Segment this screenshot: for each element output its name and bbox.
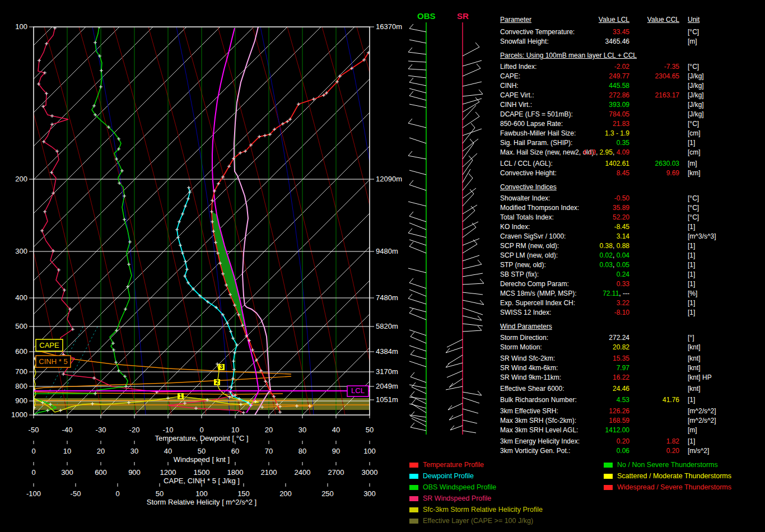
param-row: Lifted Index:-2.02-7.35[°C] [500, 62, 765, 72]
svg-text:150: 150 [237, 489, 250, 498]
svg-text:50: 50 [366, 426, 374, 434]
svg-text:80: 80 [298, 447, 306, 455]
param-row: SWISS 12 Index:-8.10[1] [500, 308, 765, 318]
param-row: SR Wind 9km-11km:16.22[knt] HP [500, 373, 765, 382]
svg-text:-100: -100 [26, 489, 41, 498]
param-row: Craven SigSvr / 1000:3.14[m^3/s^3] [500, 232, 765, 241]
svg-text:500: 500 [15, 322, 27, 330]
legend-swatch [604, 463, 613, 468]
svg-text:2100: 2100 [261, 468, 277, 477]
param-row: Max. Hail Size (new, new2, old):4.19, 2.… [500, 148, 765, 157]
param-row: SB STP (fix):0.24[1] [500, 270, 765, 279]
svg-text:1800: 1800 [227, 468, 244, 477]
svg-text:20: 20 [265, 426, 273, 434]
axis-title: Storm Relative Helicity [ m^2/s^2 ] [147, 498, 256, 506]
svg-text:0: 0 [31, 468, 35, 477]
svg-text:2400: 2400 [295, 468, 311, 477]
obs-wind-column-label: OBS [417, 11, 436, 21]
param-row: Snowfall Height:3465.46[m] [500, 37, 765, 46]
param-row: Convective Height:8.459.69[km] [500, 169, 765, 178]
param-row: 850-600 Lapse Rate:21.83[°C] [500, 119, 765, 129]
lcl-box-label: LCL [347, 386, 368, 396]
parameters-table: ParameterValue LCLValue CCLUnitConvectiv… [500, 15, 765, 463]
table-section-header: Convective Indices [500, 183, 765, 192]
svg-text:100: 100 [195, 489, 208, 498]
param-row: 3km Vorticity Gen. Pot.:0.060.20[m/s^2] [500, 446, 765, 456]
svg-text:1500: 1500 [194, 468, 210, 477]
param-row: STP (new, old):0.03, 0.05[1] [500, 260, 765, 270]
param-row: SR Wind Sfc-2km:15.35[knt] [500, 354, 765, 363]
svg-text:70: 70 [265, 447, 273, 455]
svg-text:600: 600 [95, 468, 107, 477]
svg-text:1051m: 1051m [376, 395, 398, 404]
param-row: Exp. Supercell Index CH:3.22[1] [500, 298, 765, 308]
svg-text:10: 10 [63, 447, 71, 455]
cape-box-label: CAPE [36, 339, 63, 351]
svg-text:-50: -50 [29, 426, 39, 434]
param-row: SCP RM (new, old):0.38, 0.88[1] [500, 241, 765, 251]
svg-text:3000: 3000 [362, 468, 378, 477]
param-row: Max 3km SRH (Sfc-2km):168.59[m^2/s^2] [500, 416, 765, 426]
legend-swatch [604, 485, 613, 490]
svg-text:7480m: 7480m [376, 293, 398, 302]
param-row: Max 3km SRH Level AGL:1412.00[m] [500, 426, 765, 435]
param-row: DCAPE (LFS = 501mB):784.05[J/kg] [500, 110, 765, 119]
param-row: LCL / CCL (AGL):1402.612630.03[m] [500, 159, 765, 169]
svg-text:3: 3 [220, 364, 223, 370]
skewt-sounding-app: Station: 06610 Payerne (LSMP) Date: 23.0… [0, 0, 765, 532]
svg-text:50: 50 [198, 447, 206, 455]
legend-label: Scattered / Moderate Thunderstorms [617, 473, 731, 480]
param-row: SR Wind 4km-6km:7.97[knt] [500, 363, 765, 373]
svg-text:600: 600 [15, 347, 27, 356]
svg-text:300: 300 [363, 489, 376, 498]
svg-text:1000: 1000 [11, 410, 27, 419]
param-row: KO Index:-8.45[1] [500, 222, 765, 232]
svg-text:20: 20 [97, 447, 105, 455]
svg-text:-10: -10 [163, 426, 174, 434]
svg-text:900: 900 [128, 468, 141, 477]
svg-text:300: 300 [61, 468, 73, 477]
skewt-chart: 321CAPECINH * 5LCL1002003004005006007008… [0, 0, 498, 532]
svg-text:700: 700 [15, 367, 27, 376]
param-row: 3km Effective SRH:126.26[m^2/s^2] [500, 407, 765, 416]
svg-text:40: 40 [332, 426, 340, 434]
param-row: Total Totals Index:52.20[°C] [500, 213, 765, 222]
param-row: CAPE:249.772304.65[J/kg] [500, 72, 765, 81]
svg-text:90: 90 [332, 447, 340, 455]
svg-text:-20: -20 [129, 426, 140, 434]
param-row: Convective Temperature:33.45[°C] [500, 27, 765, 37]
svg-text:2700: 2700 [328, 468, 344, 477]
svg-text:900: 900 [15, 396, 27, 405]
param-row: Derecho Comp Param:0.33[1] [500, 279, 765, 289]
legend-swatch [604, 474, 613, 479]
param-row: CAPE Virt.:272.862163.17[J/kg] [500, 91, 765, 100]
svg-text:400: 400 [15, 293, 27, 302]
svg-text:0: 0 [199, 426, 203, 434]
table-section-header: Wind Parameters [500, 322, 765, 332]
svg-text:0: 0 [115, 489, 119, 498]
param-row: Effective Shear 6000:24.46[knt] [500, 384, 765, 394]
svg-text:5820m: 5820m [376, 322, 398, 330]
svg-text:0: 0 [31, 447, 35, 455]
svg-text:CAPE: CAPE [39, 341, 59, 349]
cinh-box-label: CINH * 5 [36, 356, 71, 367]
svg-text:4384m: 4384m [376, 347, 398, 356]
svg-text:12090m: 12090m [376, 175, 402, 183]
param-row: Sig. Hail Param. (SHIP):0.35[1] [500, 138, 765, 148]
svg-text:LCL: LCL [351, 386, 365, 395]
param-row: CINH:445.58[J/kg] [500, 81, 765, 91]
param-row: Storm Direction:272.24[°] [500, 333, 765, 343]
param-row: Storm Motion:20.82[knt] [500, 343, 765, 352]
svg-text:30: 30 [298, 426, 306, 434]
param-row: Bulk Richardson Number:4.5341.76[1] [500, 395, 765, 405]
svg-text:CINH * 5: CINH * 5 [39, 357, 67, 366]
svg-text:30: 30 [130, 447, 138, 455]
svg-text:2049m: 2049m [376, 382, 398, 390]
param-row: 3km Energy Helicity Index:0.201.82[1] [500, 437, 765, 446]
param-row: SCP LM (new, old):0.02, 0.04[1] [500, 251, 765, 260]
svg-text:1: 1 [179, 393, 183, 399]
svg-text:10: 10 [231, 426, 239, 434]
table-column-headers: ParameterValue LCLValue CCLUnit [500, 15, 765, 25]
param-row: Fawbush-Miller Hail Size:1.3 - 1.9[cm] [500, 129, 765, 138]
param-row: MCS 18m/s (MMP, MSP):72.11, ---[%] [500, 289, 765, 298]
